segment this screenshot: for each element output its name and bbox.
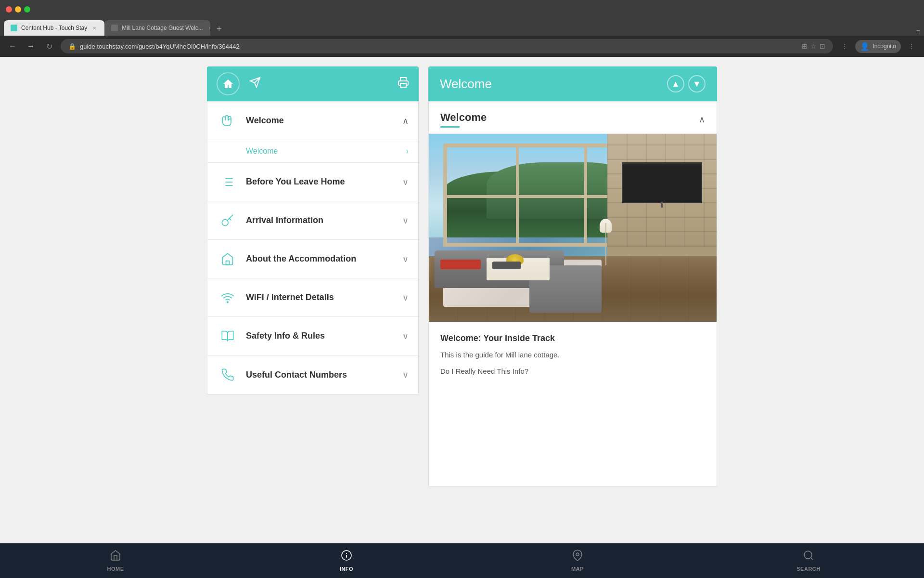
bookmark-icon[interactable]: ☆ (810, 42, 817, 50)
accommodation-label: About the Accommodation (238, 254, 402, 264)
floor-lamp (602, 219, 610, 266)
minimize-button[interactable] (15, 6, 21, 13)
right-panel: Welcome ▲ ▼ Welcome ∧ (428, 66, 717, 578)
welcome-sub-item[interactable]: Welcome › (207, 140, 418, 162)
svg-rect-8 (226, 261, 230, 264)
room-render (429, 134, 717, 322)
before-leave-chevron: ∨ (402, 177, 409, 187)
nav-item-accommodation[interactable]: About the Accommodation ∨ (207, 240, 418, 278)
home-nav-label: HOME (107, 566, 124, 572)
traffic-lights (6, 6, 30, 13)
next-section-button[interactable]: ▼ (688, 75, 706, 92)
room-content: Welcome: Your Inside Track This is the g… (429, 322, 717, 394)
welcome-sub-label: Welcome (246, 147, 278, 156)
home-nav-icon (110, 550, 121, 564)
nav-item-before-you-leave[interactable]: Before You Leave Home ∨ (207, 163, 418, 201)
tab-close-2[interactable]: ✕ (207, 25, 210, 31)
browser-chrome: Content Hub - Touch Stay ✕ Mill Lane Cot… (0, 0, 924, 57)
contact-chevron: ∨ (402, 369, 409, 380)
room-image (429, 134, 717, 322)
print-icon[interactable] (398, 77, 409, 91)
tab-close-1[interactable]: ✕ (91, 25, 98, 31)
section-chevron-up[interactable]: ∧ (699, 114, 705, 125)
svg-point-0 (228, 82, 229, 83)
right-header-title: Welcome (440, 77, 492, 92)
right-content: Welcome ∧ (428, 101, 717, 486)
nav-item-safety[interactable]: Safety Info & Rules ∨ (207, 317, 418, 355)
forward-button[interactable]: → (24, 39, 38, 53)
welcome-text-1: This is the guide for Mill lane cottage. (440, 349, 705, 361)
incognito-icon: 👤 (860, 42, 870, 51)
tab-end-controls[interactable]: ≡ (916, 28, 920, 36)
reload-button[interactable]: ↻ (42, 39, 56, 53)
cast-icon[interactable]: ⊞ (802, 42, 808, 50)
browser-menu-button[interactable]: ⋮ (905, 39, 918, 53)
search-nav-icon (803, 550, 814, 564)
maximize-button[interactable] (24, 6, 30, 13)
nav-item-arrival[interactable]: Arrival Information ∨ (207, 201, 418, 240)
welcome-text-2: Do I Really Need This Info? (440, 366, 705, 377)
welcome-icon (217, 110, 238, 131)
window-divider-v2 (584, 147, 587, 243)
bottom-nav-info[interactable]: INFO (231, 543, 462, 578)
sofa-cushion-red (440, 260, 481, 269)
incognito-indicator: 👤 Incognito (855, 40, 901, 53)
welcome-label: Welcome (238, 116, 402, 126)
arrival-chevron: ∨ (402, 215, 409, 226)
safety-label: Safety Info & Rules (238, 331, 402, 341)
browser-actions: ⋮ 👤 Incognito ⋮ (838, 39, 918, 53)
nav-item-wifi[interactable]: WiFi / Internet Details ∨ (207, 278, 418, 317)
house-icon (222, 78, 234, 90)
prev-section-button[interactable]: ▲ (667, 75, 684, 92)
window-divider-v1 (516, 147, 519, 243)
extension-icon[interactable]: ⊡ (820, 42, 825, 50)
map-nav-label: MAP (571, 566, 584, 572)
tv-mount (661, 202, 663, 208)
send-icon[interactable] (249, 77, 261, 91)
incognito-label: Incognito (873, 43, 896, 50)
lamp-pole (605, 223, 606, 265)
section-header: Welcome ∧ (429, 102, 717, 134)
left-header-icons (217, 72, 261, 95)
close-button[interactable] (6, 6, 12, 13)
address-bar: ← → ↻ 🔒 guide.touchstay.com/guest/b4YqUM… (0, 36, 924, 57)
tv (622, 162, 702, 204)
tab-mill-lane[interactable]: Mill Lane Cottage Guest Welc... ✕ (104, 20, 210, 36)
book-icon (217, 326, 238, 347)
bottom-nav-map[interactable]: MAP (462, 543, 693, 578)
tab-label-1: Content Hub - Touch Stay (21, 25, 87, 31)
address-field[interactable]: 🔒 guide.touchstay.com/guest/b4YqUMheOl0C… (61, 39, 833, 53)
svg-point-13 (576, 553, 579, 556)
security-icon: 🔒 (68, 43, 76, 50)
address-text: guide.touchstay.com/guest/b4YqUMheOl0CH/… (80, 43, 798, 50)
accommodation-icon (217, 249, 238, 270)
nav-item-welcome[interactable]: Welcome ∧ (207, 102, 418, 140)
content-wrapper: Welcome ∧ Welcome › (197, 66, 727, 578)
right-header-nav: ▲ ▼ (667, 75, 706, 92)
sofa-cushion-dark (492, 262, 521, 269)
home-icon-circle[interactable] (217, 72, 240, 95)
info-nav-icon (341, 550, 352, 564)
nav-item-contact[interactable]: Useful Contact Numbers ∨ (207, 355, 418, 394)
search-nav-label: SEARCH (796, 566, 820, 572)
svg-point-9 (227, 302, 228, 302)
welcome-chevron-up: ∧ (402, 116, 409, 126)
back-button[interactable]: ← (6, 39, 19, 53)
safety-chevron: ∨ (402, 331, 409, 342)
new-tab-button[interactable]: + (212, 22, 226, 36)
bottom-nav-search[interactable]: SEARCH (693, 543, 924, 578)
wifi-chevron: ∨ (402, 292, 409, 303)
left-panel: Welcome ∧ Welcome › (207, 66, 419, 578)
section-title: Welcome (440, 111, 487, 128)
bottom-nav-home[interactable]: HOME (0, 543, 231, 578)
tabs-bar: Content Hub - Touch Stay ✕ Mill Lane Cot… (0, 18, 924, 36)
list-icon (217, 171, 238, 193)
right-header: Welcome ▲ ▼ (428, 66, 717, 101)
nav-items: Welcome ∧ Welcome › (207, 101, 419, 394)
page-content: Welcome ∧ Welcome › (0, 57, 924, 578)
tab-content-hub[interactable]: Content Hub - Touch Stay ✕ (4, 20, 104, 36)
tv-screen (623, 164, 701, 202)
more-tools-button[interactable]: ⋮ (838, 39, 851, 53)
arrival-label: Arrival Information (238, 215, 402, 225)
address-icons: ⊞ ☆ ⊡ (802, 42, 825, 50)
